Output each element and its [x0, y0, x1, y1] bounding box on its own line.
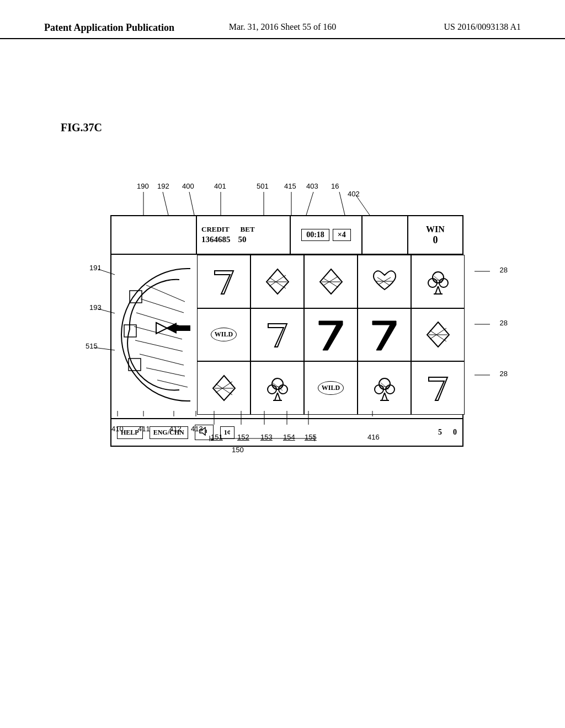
ref-403: 403 [306, 182, 318, 190]
reel-cell-r2c3 [304, 308, 358, 362]
win-value: 0 [433, 234, 438, 246]
bottom-val2: 0 [453, 428, 457, 437]
svg-line-14 [140, 354, 184, 365]
ref-155: 155 [305, 433, 317, 441]
seven-filled [316, 318, 346, 351]
diagram-container: 190 192 400 401 501 415 403 16 402 [55, 182, 508, 491]
svg-marker-20 [166, 323, 190, 334]
svg-line-9 [146, 285, 185, 302]
seven-outline-3 [424, 373, 452, 403]
ref-154: 154 [283, 433, 295, 441]
credit-bet-section: CREDIT BET 1364685 50 [197, 216, 291, 254]
seven-outline-2 [264, 319, 291, 350]
svg-line-24 [269, 275, 286, 286]
heart-outline [371, 266, 398, 297]
publication-label: Patent Application Publication [44, 22, 203, 34]
svg-line-48 [275, 393, 278, 400]
svg-line-49 [278, 393, 280, 400]
reel-cell-r3c1 [197, 361, 250, 415]
ref-28-3: 28 [500, 370, 508, 378]
reel-cell-r2c1: WILD [197, 308, 250, 362]
top-info-bar: CREDIT BET 1364685 50 00:18 ×4 WIN 0 [111, 216, 462, 255]
multiplier-display: ×4 [333, 229, 351, 241]
ref-28-2: 28 [500, 319, 508, 327]
ref-400: 400 [182, 182, 194, 190]
seven-filled-2 [369, 318, 399, 351]
win-section: WIN 0 [407, 216, 462, 254]
reel-cell-r2c4 [358, 308, 411, 362]
ref-28-1: 28 [500, 266, 508, 274]
wheel-area [111, 255, 200, 409]
credit-value: 1364685 [201, 235, 231, 244]
timer-display: 00:18 [301, 229, 329, 241]
svg-line-6 [306, 192, 313, 215]
reel-cell-r1c2 [250, 255, 304, 308]
diamond-suit-outline-2 [317, 266, 345, 297]
ref-411: 411 [138, 425, 150, 433]
language-button[interactable]: ENG/CHN [150, 426, 188, 439]
svg-point-53 [379, 378, 390, 389]
slot-machine: CREDIT BET 1364685 50 00:18 ×4 WIN 0 [110, 215, 463, 447]
reel-cell-r1c4 [358, 255, 411, 308]
svg-point-31 [433, 272, 444, 283]
bottom-bar: HELP ENG/CHN 1¢ 5 0 [111, 418, 462, 446]
ref-416: 416 [367, 433, 380, 441]
svg-line-44 [216, 382, 232, 393]
reel-cell-r3c2 [250, 361, 304, 415]
wild-symbol-1: WILD [211, 328, 237, 341]
reel-cell-r3c4 [358, 361, 411, 415]
svg-line-56 [382, 393, 385, 400]
bet-value: 50 [238, 235, 247, 244]
svg-line-57 [385, 393, 387, 400]
svg-line-41 [430, 328, 446, 339]
reel-cell-r1c1 [197, 255, 250, 308]
svg-line-13 [135, 340, 183, 351]
ref-190: 190 [137, 182, 149, 190]
ref-150: 150 [232, 446, 244, 454]
diamond-outline-4 [210, 373, 238, 403]
bottom-val1: 5 [438, 428, 442, 437]
ref-151: 151 [211, 433, 223, 441]
credit-label: CREDIT [201, 225, 230, 234]
diamond-suit-outline [264, 266, 291, 297]
ref-192: 192 [157, 182, 169, 190]
reels-grid: WILD [197, 255, 465, 415]
win-label: WIN [426, 224, 445, 234]
sheet-info: Mar. 31, 2016 Sheet 55 of 160 [203, 22, 362, 32]
ref-193: 193 [89, 303, 102, 312]
reel-cell-r1c3 [304, 255, 358, 308]
ref-410: 410 [111, 425, 124, 433]
ref-401: 401 [214, 182, 226, 190]
reel-cell-r3c3: WILD [304, 361, 358, 415]
timer-section: 00:18 ×4 [291, 216, 363, 254]
svg-line-16 [157, 380, 188, 387]
svg-line-15 [146, 368, 185, 376]
svg-line-7 [339, 192, 345, 215]
right-ref-lines [475, 182, 508, 430]
svg-line-34 [435, 286, 438, 294]
ref-16: 16 [331, 182, 339, 190]
page-header: Patent Application Publication Mar. 31, … [0, 22, 565, 39]
ref-515: 515 [86, 342, 98, 350]
ref-412: 412 [169, 425, 182, 433]
ref-501: 501 [257, 182, 269, 190]
club-hatched [264, 373, 291, 403]
wild-symbol-2: WILD [318, 381, 344, 395]
ref-413: 413 [191, 425, 203, 433]
ref-153: 153 [260, 433, 273, 441]
bet-label: BET [241, 225, 255, 234]
reel-cell-r1c5 [411, 255, 465, 308]
club-outline-2 [371, 373, 398, 403]
svg-line-27 [324, 276, 338, 285]
seven-symbol-outline [210, 266, 238, 297]
wheel-svg [113, 258, 199, 406]
svg-line-25 [324, 279, 338, 287]
svg-line-35 [438, 286, 441, 294]
ref-402: 402 [348, 190, 360, 198]
diamond-outline-3 [424, 319, 452, 350]
ref-415: 415 [284, 182, 296, 190]
reel-cell-r3c5 [411, 361, 465, 415]
svg-line-8 [356, 195, 370, 215]
ref-152: 152 [237, 433, 249, 441]
figure-label: FIG.37C [61, 121, 102, 134]
